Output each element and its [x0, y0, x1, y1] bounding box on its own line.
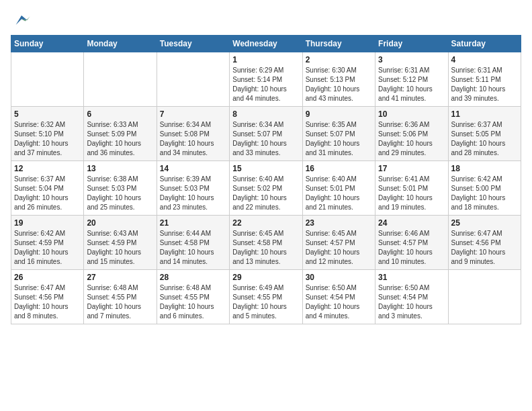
day-info: Sunrise: 6:43 AM Sunset: 4:59 PM Dayligh…: [87, 229, 153, 267]
day-info: Sunrise: 6:45 AM Sunset: 4:57 PM Dayligh…: [306, 229, 372, 267]
calendar-cell: 29Sunrise: 6:49 AM Sunset: 4:55 PM Dayli…: [230, 270, 302, 324]
calendar-cell: 22Sunrise: 6:45 AM Sunset: 4:58 PM Dayli…: [230, 216, 302, 270]
day-number: 26: [14, 273, 81, 282]
day-of-week-tuesday: Tuesday: [157, 36, 229, 52]
day-of-week-wednesday: Wednesday: [230, 36, 302, 52]
day-number: 2: [306, 55, 372, 64]
day-number: 4: [451, 55, 518, 64]
calendar-cell: 15Sunrise: 6:40 AM Sunset: 5:02 PM Dayli…: [230, 161, 302, 216]
calendar-cell: 6Sunrise: 6:33 AM Sunset: 5:09 PM Daylig…: [84, 107, 157, 161]
day-number: 1: [232, 55, 299, 64]
day-of-week-sunday: Sunday: [11, 36, 84, 52]
day-number: 14: [160, 164, 226, 173]
day-number: 6: [87, 109, 153, 119]
day-info: Sunrise: 6:30 AM Sunset: 5:13 PM Dayligh…: [306, 66, 372, 103]
day-info: Sunrise: 6:37 AM Sunset: 5:05 PM Dayligh…: [451, 120, 518, 158]
day-number: 13: [87, 164, 153, 173]
day-info: Sunrise: 6:35 AM Sunset: 5:07 PM Dayligh…: [306, 120, 372, 158]
logo: [11, 11, 31, 30]
day-info: Sunrise: 6:41 AM Sunset: 5:01 PM Dayligh…: [378, 175, 445, 212]
day-number: 9: [306, 109, 372, 119]
calendar-cell: 21Sunrise: 6:44 AM Sunset: 4:58 PM Dayli…: [157, 216, 229, 270]
calendar-cell: 5Sunrise: 6:32 AM Sunset: 5:10 PM Daylig…: [11, 107, 84, 161]
day-info: Sunrise: 6:36 AM Sunset: 5:06 PM Dayligh…: [378, 120, 445, 158]
calendar-cell: 28Sunrise: 6:48 AM Sunset: 4:55 PM Dayli…: [157, 270, 229, 324]
day-info: Sunrise: 6:44 AM Sunset: 4:58 PM Dayligh…: [160, 229, 226, 267]
day-info: Sunrise: 6:40 AM Sunset: 5:02 PM Dayligh…: [232, 175, 299, 212]
day-info: Sunrise: 6:37 AM Sunset: 5:04 PM Dayligh…: [14, 175, 81, 212]
day-number: 3: [378, 55, 445, 64]
calendar-cell: 25Sunrise: 6:47 AM Sunset: 4:56 PM Dayli…: [448, 216, 521, 270]
day-number: 22: [232, 218, 299, 228]
day-info: Sunrise: 6:34 AM Sunset: 5:08 PM Dayligh…: [160, 120, 226, 158]
day-of-week-thursday: Thursday: [302, 36, 375, 52]
calendar-cell: 23Sunrise: 6:45 AM Sunset: 4:57 PM Dayli…: [302, 216, 375, 270]
calendar-cell: 24Sunrise: 6:46 AM Sunset: 4:57 PM Dayli…: [375, 216, 448, 270]
calendar-cell: 16Sunrise: 6:40 AM Sunset: 5:01 PM Dayli…: [302, 161, 375, 216]
calendar-cell: [11, 52, 84, 107]
calendar-cell: 1Sunrise: 6:29 AM Sunset: 5:14 PM Daylig…: [230, 52, 302, 107]
day-info: Sunrise: 6:40 AM Sunset: 5:01 PM Dayligh…: [306, 175, 372, 212]
calendar-cell: 31Sunrise: 6:50 AM Sunset: 4:54 PM Dayli…: [375, 270, 448, 324]
calendar-cell: 17Sunrise: 6:41 AM Sunset: 5:01 PM Dayli…: [375, 161, 448, 216]
calendar-cell: 12Sunrise: 6:37 AM Sunset: 5:04 PM Dayli…: [11, 161, 84, 216]
calendar-cell: [448, 270, 521, 324]
day-info: Sunrise: 6:47 AM Sunset: 4:56 PM Dayligh…: [451, 229, 518, 267]
day-info: Sunrise: 6:31 AM Sunset: 5:12 PM Dayligh…: [378, 66, 445, 103]
day-number: 15: [232, 164, 299, 173]
day-info: Sunrise: 6:34 AM Sunset: 5:07 PM Dayligh…: [232, 120, 299, 158]
day-info: Sunrise: 6:33 AM Sunset: 5:09 PM Dayligh…: [87, 120, 153, 158]
day-number: 17: [378, 164, 445, 173]
calendar-cell: [157, 52, 229, 107]
calendar-cell: 14Sunrise: 6:39 AM Sunset: 5:03 PM Dayli…: [157, 161, 229, 216]
day-info: Sunrise: 6:47 AM Sunset: 4:56 PM Dayligh…: [14, 283, 81, 321]
day-info: Sunrise: 6:39 AM Sunset: 5:03 PM Dayligh…: [160, 175, 226, 212]
day-info: Sunrise: 6:32 AM Sunset: 5:10 PM Dayligh…: [14, 120, 81, 158]
day-info: Sunrise: 6:42 AM Sunset: 4:59 PM Dayligh…: [14, 229, 81, 267]
day-of-week-friday: Friday: [375, 36, 448, 52]
calendar-cell: [84, 52, 157, 107]
day-info: Sunrise: 6:48 AM Sunset: 4:55 PM Dayligh…: [160, 283, 226, 321]
calendar-header-row: SundayMondayTuesdayWednesdayThursdayFrid…: [11, 36, 521, 52]
day-number: 31: [378, 273, 445, 282]
calendar-week-5: 26Sunrise: 6:47 AM Sunset: 4:56 PM Dayli…: [11, 270, 521, 324]
calendar-cell: 26Sunrise: 6:47 AM Sunset: 4:56 PM Dayli…: [11, 270, 84, 324]
day-info: Sunrise: 6:38 AM Sunset: 5:03 PM Dayligh…: [87, 175, 153, 212]
calendar-cell: 8Sunrise: 6:34 AM Sunset: 5:07 PM Daylig…: [230, 107, 302, 161]
calendar-cell: 2Sunrise: 6:30 AM Sunset: 5:13 PM Daylig…: [302, 52, 375, 107]
day-number: 18: [451, 164, 518, 173]
day-number: 10: [378, 109, 445, 119]
calendar-week-2: 5Sunrise: 6:32 AM Sunset: 5:10 PM Daylig…: [11, 107, 521, 161]
day-number: 8: [232, 109, 299, 119]
calendar-week-1: 1Sunrise: 6:29 AM Sunset: 5:14 PM Daylig…: [11, 52, 521, 107]
calendar-week-4: 19Sunrise: 6:42 AM Sunset: 4:59 PM Dayli…: [11, 216, 521, 270]
calendar-cell: 10Sunrise: 6:36 AM Sunset: 5:06 PM Dayli…: [375, 107, 448, 161]
calendar-cell: 11Sunrise: 6:37 AM Sunset: 5:05 PM Dayli…: [448, 107, 521, 161]
calendar-cell: 27Sunrise: 6:48 AM Sunset: 4:55 PM Dayli…: [84, 270, 157, 324]
calendar-cell: 7Sunrise: 6:34 AM Sunset: 5:08 PM Daylig…: [157, 107, 229, 161]
calendar-cell: 30Sunrise: 6:50 AM Sunset: 4:54 PM Dayli…: [302, 270, 375, 324]
day-number: 21: [160, 218, 226, 228]
day-number: 28: [160, 273, 226, 282]
day-info: Sunrise: 6:46 AM Sunset: 4:57 PM Dayligh…: [378, 229, 445, 267]
day-info: Sunrise: 6:42 AM Sunset: 5:00 PM Dayligh…: [451, 175, 518, 212]
header: [11, 11, 521, 30]
calendar: SundayMondayTuesdayWednesdayThursdayFrid…: [11, 35, 521, 324]
day-info: Sunrise: 6:50 AM Sunset: 4:54 PM Dayligh…: [306, 283, 372, 321]
calendar-cell: 3Sunrise: 6:31 AM Sunset: 5:12 PM Daylig…: [375, 52, 448, 107]
calendar-cell: 9Sunrise: 6:35 AM Sunset: 5:07 PM Daylig…: [302, 107, 375, 161]
day-of-week-monday: Monday: [84, 36, 157, 52]
day-number: 25: [451, 218, 518, 228]
calendar-cell: 4Sunrise: 6:31 AM Sunset: 5:11 PM Daylig…: [448, 52, 521, 107]
day-info: Sunrise: 6:48 AM Sunset: 4:55 PM Dayligh…: [87, 283, 153, 321]
day-number: 11: [451, 109, 518, 119]
day-info: Sunrise: 6:45 AM Sunset: 4:58 PM Dayligh…: [232, 229, 299, 267]
calendar-cell: 13Sunrise: 6:38 AM Sunset: 5:03 PM Dayli…: [84, 161, 157, 216]
day-number: 29: [232, 273, 299, 282]
day-of-week-saturday: Saturday: [448, 36, 521, 52]
day-number: 24: [378, 218, 445, 228]
day-number: 16: [306, 164, 372, 173]
day-info: Sunrise: 6:50 AM Sunset: 4:54 PM Dayligh…: [378, 283, 445, 321]
day-info: Sunrise: 6:31 AM Sunset: 5:11 PM Dayligh…: [451, 66, 518, 103]
day-number: 19: [14, 218, 81, 228]
